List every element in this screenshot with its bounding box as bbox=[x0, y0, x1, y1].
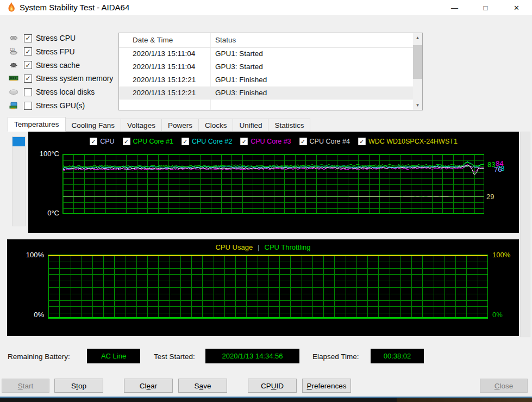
log-status: GPU1: Started bbox=[215, 50, 263, 58]
legend-item-cpu-core-2[interactable]: ✓CPU Core #2 bbox=[181, 138, 232, 145]
log-time: 2020/1/13 15:12:21 bbox=[133, 89, 196, 97]
tab-unified[interactable]: Unified bbox=[233, 119, 268, 132]
log-time: 2020/1/13 15:12:21 bbox=[133, 76, 196, 84]
log-header-row: Date & Time Status bbox=[119, 33, 422, 48]
legend-item-wdc-wd10spcx-24hwst1[interactable]: ✓WDC WD10SPCX-24HWST1 bbox=[358, 138, 458, 145]
tab-statistics[interactable]: Statistics bbox=[268, 119, 310, 132]
checkbox[interactable]: ✓ bbox=[24, 34, 32, 42]
trace-cpu-core-4 bbox=[63, 165, 484, 175]
save-button[interactable]: Save bbox=[178, 379, 227, 393]
disk-icon bbox=[8, 88, 20, 96]
stress-option-label: Stress CPU bbox=[36, 34, 76, 42]
checkbox[interactable] bbox=[24, 88, 32, 96]
cpu-throttling-label: CPU Throttling bbox=[265, 243, 311, 251]
scroll-down-icon[interactable]: ▼ bbox=[413, 101, 422, 110]
background-window-image bbox=[397, 398, 532, 402]
checkbox[interactable]: ✓ bbox=[24, 61, 32, 69]
maximize-button[interactable]: □ bbox=[473, 0, 498, 15]
stress-option-label: Stress FPU bbox=[36, 47, 75, 56]
temperature-graph-panel: ✓CPU✓CPU Core #1✓CPU Core #2✓CPU Core #3… bbox=[28, 132, 519, 233]
usage-graph-title: CPU Usage | CPU Throttling bbox=[7, 243, 519, 251]
log-row[interactable]: 2020/1/13 15:12:21GPU3: Finished bbox=[119, 86, 413, 100]
tab-clocks[interactable]: Clocks bbox=[199, 119, 234, 132]
stress-option-stress-system-memory[interactable]: ✓Stress system memory bbox=[8, 73, 113, 84]
tab-voltages[interactable]: Voltages bbox=[121, 119, 162, 132]
legend-label: CPU Core #4 bbox=[310, 138, 350, 145]
legend-item-cpu-core-4[interactable]: ✓CPU Core #4 bbox=[299, 138, 350, 145]
cache-icon bbox=[8, 61, 20, 70]
close-button: Close bbox=[480, 379, 528, 393]
elapsed-time-value-box: 00:38:02 bbox=[371, 349, 424, 363]
stress-option-stress-fpu[interactable]: 123✓Stress FPU bbox=[8, 46, 75, 57]
gpu-icon bbox=[8, 101, 20, 110]
battery-label: Remaining Battery: bbox=[8, 352, 70, 361]
usage-axis-max-left: 100% bbox=[7, 251, 44, 259]
stress-option-stress-cache[interactable]: ✓Stress cache bbox=[8, 60, 80, 71]
close-window-button[interactable]: ✕ bbox=[504, 0, 529, 15]
legend-item-cpu-core-1[interactable]: ✓CPU Core #1 bbox=[123, 138, 173, 145]
titlebar: System Stability Test - AIDA64 — □ ✕ bbox=[0, 0, 532, 15]
usage-axis-min-left: 0% bbox=[7, 311, 44, 319]
trace-cpu-core-2 bbox=[63, 162, 484, 169]
cpuid-button[interactable]: CPUID bbox=[248, 379, 297, 393]
log-row[interactable]: 2020/1/13 15:12:21GPU1: Finished bbox=[119, 73, 413, 86]
legend-label: CPU Core #1 bbox=[133, 138, 173, 145]
tab-bar: TemperaturesCooling FansVoltagesPowersCl… bbox=[8, 117, 310, 132]
preferences-button[interactable]: Preferences bbox=[302, 379, 351, 393]
legend-label: WDC WD10SPCX-24HWST1 bbox=[368, 138, 458, 145]
window-title: System Stability Test - AIDA64 bbox=[20, 3, 129, 12]
trace-wdc-wd10spcx-24hwst1 bbox=[63, 196, 484, 197]
checkbox[interactable]: ✓ bbox=[123, 138, 130, 145]
cpu-usage-label: CPU Usage bbox=[215, 243, 253, 251]
checkbox[interactable]: ✓ bbox=[24, 47, 32, 55]
stress-option-stress-local-disks[interactable]: Stress local disks bbox=[8, 86, 95, 97]
temperature-legend: ✓CPU✓CPU Core #1✓CPU Core #2✓CPU Core #3… bbox=[28, 138, 519, 145]
legend-item-cpu-core-3[interactable]: ✓CPU Core #3 bbox=[240, 138, 291, 145]
legend-label: CPU Core #2 bbox=[192, 138, 232, 145]
checkbox[interactable]: ✓ bbox=[181, 138, 189, 145]
log-row[interactable]: 2020/1/13 15:11:04GPU3: Started bbox=[119, 60, 413, 73]
stress-option-label: Stress system memory bbox=[36, 74, 113, 83]
clear-button[interactable]: Clear bbox=[124, 379, 173, 393]
stress-option-label: Stress local disks bbox=[36, 88, 95, 96]
tab-temperatures[interactable]: Temperatures bbox=[8, 117, 66, 132]
log-scrollbar[interactable]: ▲ ▼ bbox=[413, 33, 422, 110]
fpu-icon: 123 bbox=[8, 47, 20, 56]
checkbox[interactable]: ✓ bbox=[240, 138, 248, 145]
usage-axis-min-right: 0% bbox=[492, 311, 503, 319]
tab-cooling-fans[interactable]: Cooling Fans bbox=[66, 119, 122, 132]
temp-current-value: 76 bbox=[494, 165, 502, 174]
tab-powers[interactable]: Powers bbox=[162, 119, 199, 132]
legend-item-cpu[interactable]: ✓CPU bbox=[90, 138, 114, 145]
log-scrollbar-thumb[interactable] bbox=[413, 45, 422, 79]
event-log-list[interactable]: Date & Time Status 2020/1/13 15:11:04GPU… bbox=[118, 33, 423, 110]
elapsed-time-label: Elapsed Time: bbox=[312, 352, 359, 361]
app-flame-icon bbox=[5, 2, 17, 14]
checkbox[interactable]: ✓ bbox=[90, 138, 97, 145]
page-right-scrollbar-track[interactable] bbox=[520, 132, 530, 337]
usage-traces bbox=[48, 255, 487, 318]
stress-option-label: Stress cache bbox=[36, 61, 80, 70]
stop-button[interactable]: Stop bbox=[54, 379, 103, 393]
minimize-button[interactable]: — bbox=[442, 0, 467, 15]
checkbox[interactable] bbox=[24, 102, 32, 110]
checkbox[interactable]: ✓ bbox=[358, 138, 366, 145]
stress-option-label: Stress GPU(s) bbox=[36, 101, 85, 110]
graph-left-scrollbar-track[interactable] bbox=[12, 136, 26, 226]
temperature-traces bbox=[63, 154, 484, 213]
stress-option-stress-cpu[interactable]: ✓Stress CPU bbox=[8, 33, 76, 44]
memory-icon bbox=[8, 74, 20, 83]
log-row[interactable]: 2020/1/13 15:11:04GPU1: Started bbox=[119, 47, 413, 60]
log-header-datetime: Date & Time bbox=[133, 36, 173, 44]
checkbox[interactable]: ✓ bbox=[24, 75, 32, 83]
trace-cpu-core-1 bbox=[63, 162, 484, 167]
usage-plot-area bbox=[48, 255, 488, 319]
log-time: 2020/1/13 15:11:04 bbox=[133, 50, 195, 58]
svg-text:123: 123 bbox=[10, 48, 15, 51]
stress-option-stress-gpu-s-[interactable]: Stress GPU(s) bbox=[8, 100, 85, 111]
test-started-value-box: 2020/1/13 14:34:56 bbox=[205, 349, 299, 363]
scroll-up-icon[interactable]: ▲ bbox=[413, 33, 422, 42]
checkbox[interactable]: ✓ bbox=[299, 138, 307, 145]
graph-left-scrollbar-thumb[interactable] bbox=[12, 137, 25, 146]
log-time: 2020/1/13 15:11:04 bbox=[133, 63, 195, 71]
